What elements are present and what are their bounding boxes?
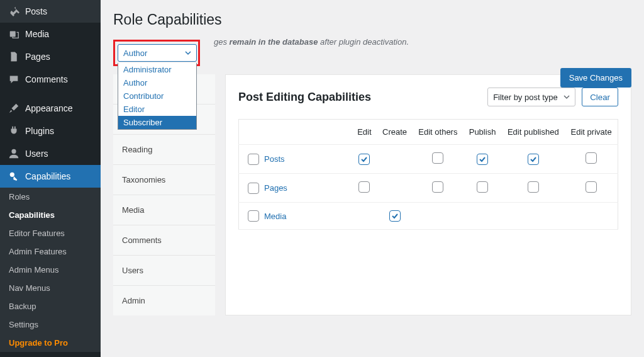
capability-checkbox[interactable]	[477, 154, 488, 165]
brush-icon	[8, 102, 20, 115]
role-select-value: Author	[123, 48, 147, 58]
sidebar-subitem-admin-features[interactable]: Admin Features	[0, 242, 101, 261]
row-checkbox[interactable]	[248, 183, 259, 194]
sidebar-subitem-upgrade-to-pro[interactable]: Upgrade to Pro	[0, 334, 101, 352]
capability-checkbox[interactable]	[358, 181, 370, 193]
sidebar-subitem-backup[interactable]: Backup	[0, 297, 101, 315]
tab-users[interactable]: Users	[113, 255, 215, 285]
pin-icon	[8, 5, 20, 18]
page-title: Role Capabilities	[113, 11, 631, 28]
capability-checkbox[interactable]	[389, 210, 401, 222]
col-publish: Publish	[464, 120, 502, 145]
capabilities-table: EditCreateEdit othersPublishEdit publish…	[238, 119, 618, 230]
row-link-posts[interactable]: Posts	[264, 154, 285, 164]
sidebar-subitem-roles[interactable]: Roles	[0, 188, 101, 206]
panel-title: Post Editing Capabilities	[238, 91, 371, 104]
table-row: Media	[239, 203, 618, 230]
role-select[interactable]: Author	[118, 44, 197, 62]
svg-point-2	[11, 149, 16, 154]
sidebar-label: Pages	[25, 52, 50, 62]
tab-comments[interactable]: Comments	[113, 225, 215, 255]
svg-rect-0	[10, 31, 16, 37]
sidebar-item-users[interactable]: Users	[0, 142, 101, 165]
comment-icon	[8, 73, 20, 86]
row-link-pages[interactable]: Pages	[264, 183, 287, 193]
capability-checkbox[interactable]	[477, 181, 488, 193]
col-edit-others: Edit others	[413, 120, 464, 145]
sidebar-item-pages[interactable]: Pages	[0, 45, 101, 68]
save-button[interactable]: Save Changes	[560, 68, 631, 88]
chevron-down-icon	[185, 50, 191, 56]
sidebar-item-posts[interactable]: Posts	[0, 0, 101, 23]
capability-checkbox[interactable]	[528, 181, 539, 193]
capability-checkbox[interactable]	[528, 154, 539, 165]
tab-reading[interactable]: Reading	[113, 134, 215, 164]
sidebar-subitem-admin-menus[interactable]: Admin Menus	[0, 261, 101, 279]
key-icon	[8, 170, 20, 183]
col-create: Create	[377, 120, 413, 145]
row-checkbox[interactable]	[248, 210, 259, 222]
role-dropdown: AdministratorAuthorContributorEditorSubs…	[118, 63, 197, 130]
role-option-author[interactable]: Author	[118, 76, 196, 89]
col-edit-private: Edit private	[565, 120, 618, 145]
sidebar-subitem-settings[interactable]: Settings	[0, 315, 101, 334]
col-edit: Edit	[352, 120, 377, 145]
role-option-contributor[interactable]: Contributor	[118, 89, 196, 103]
role-option-administrator[interactable]: Administrator	[118, 63, 196, 76]
admin-sidebar: Posts Media Pages Comments Appearance Pl…	[0, 0, 101, 357]
sidebar-label: Plugins	[25, 126, 54, 136]
pages-icon	[8, 50, 20, 63]
capability-checkbox[interactable]	[586, 152, 597, 164]
capability-checkbox[interactable]	[358, 154, 370, 165]
media-icon	[8, 28, 20, 40]
capabilities-panel: Post Editing Capabilities Filter by post…	[225, 74, 631, 315]
svg-rect-1	[11, 54, 16, 61]
sidebar-item-comments[interactable]: Comments	[0, 68, 101, 91]
svg-point-3	[10, 173, 14, 177]
capability-checkbox[interactable]	[432, 181, 443, 193]
filter-select[interactable]: Filter by post type	[487, 88, 575, 106]
sidebar-label: Users	[25, 149, 48, 159]
role-option-subscriber[interactable]: Subscriber	[118, 116, 196, 129]
sidebar-subitem-capabilities[interactable]: Capabilities	[0, 206, 101, 224]
sidebar-item-capabilities[interactable]: Capabilities	[0, 165, 101, 188]
sidebar-label: Media	[25, 29, 49, 39]
capability-checkbox[interactable]	[586, 181, 597, 193]
sidebar-item-plugins[interactable]: Plugins	[0, 120, 101, 142]
role-select-highlight: Author AdministratorAuthorContributorEdi…	[113, 40, 200, 66]
sidebar-item-media[interactable]: Media	[0, 23, 101, 45]
sidebar-subitem-editor-features[interactable]: Editor Features	[0, 224, 101, 242]
role-option-editor[interactable]: Editor	[118, 103, 196, 116]
tab-taxonomies[interactable]: Taxonomies	[113, 164, 215, 195]
sidebar-label: Comments	[25, 74, 68, 84]
tab-admin[interactable]: Admin	[113, 285, 215, 315]
clear-button[interactable]: Clear	[582, 88, 618, 106]
sidebar-subitem-nav-menus[interactable]: Nav Menus	[0, 279, 101, 297]
row-checkbox[interactable]	[248, 154, 259, 165]
user-icon	[8, 147, 20, 160]
chevron-down-icon	[564, 94, 570, 100]
sidebar-label: Posts	[25, 6, 47, 16]
notice-text: ges remain in the database after plugin …	[214, 37, 631, 47]
sidebar-item-appearance[interactable]: Appearance	[0, 97, 101, 120]
table-row: Pages	[239, 174, 618, 203]
tab-media[interactable]: Media	[113, 195, 215, 225]
main-content: Role Capabilities Author AdministratorAu…	[101, 0, 644, 357]
table-row: Posts	[239, 145, 618, 174]
col-edit-published: Edit published	[501, 120, 565, 145]
sidebar-label: Capabilities	[25, 171, 70, 181]
plug-icon	[8, 125, 20, 137]
capability-checkbox[interactable]	[432, 152, 443, 164]
sidebar-label: Appearance	[25, 103, 73, 113]
row-link-media[interactable]: Media	[264, 212, 286, 221]
